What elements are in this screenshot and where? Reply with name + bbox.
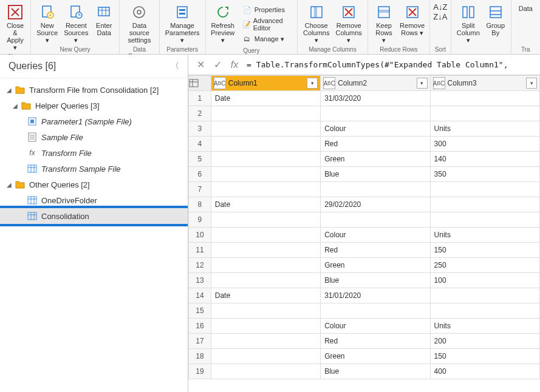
- cell[interactable]: Blue: [321, 167, 430, 182]
- cell[interactable]: 300: [430, 137, 539, 152]
- table-row[interactable]: 8Date29/02/2020: [189, 197, 540, 212]
- table-row[interactable]: 1Date31/03/2020: [189, 91, 540, 106]
- cell[interactable]: 200: [430, 334, 539, 349]
- remove-columns-button[interactable]: RemoveColumns ▾: [332, 2, 364, 45]
- cell[interactable]: Red: [321, 243, 430, 258]
- manage-button[interactable]: 🗂Manage ▾: [240, 33, 292, 44]
- column-filter-button[interactable]: ▾: [417, 78, 428, 89]
- cell[interactable]: [211, 303, 320, 319]
- row-number[interactable]: 12: [189, 258, 211, 273]
- group-by-button[interactable]: GroupBy: [483, 2, 508, 38]
- cell[interactable]: Red: [321, 334, 430, 349]
- properties-button[interactable]: 📄Properties: [240, 4, 292, 15]
- cell[interactable]: 350: [430, 167, 539, 182]
- data-grid[interactable]: ABC Column1 ▾ ABC Column2 ▾: [188, 75, 540, 392]
- table-row[interactable]: 4Red300: [189, 137, 540, 152]
- row-number[interactable]: 13: [189, 273, 211, 288]
- cell[interactable]: Date: [211, 288, 320, 303]
- table-row[interactable]: 12Green250: [189, 258, 540, 273]
- tree-item-transform-file[interactable]: fx Transform File: [0, 145, 188, 161]
- cell[interactable]: [211, 364, 320, 379]
- cell[interactable]: [211, 121, 320, 137]
- cell[interactable]: 100: [430, 273, 539, 288]
- cell[interactable]: Colour: [321, 228, 430, 243]
- cell[interactable]: [430, 106, 539, 121]
- table-row[interactable]: 11Red150: [189, 243, 540, 258]
- table-row[interactable]: 19Blue400: [189, 364, 540, 379]
- remove-rows-button[interactable]: RemoveRows ▾: [397, 2, 427, 38]
- cell[interactable]: Blue: [321, 273, 430, 288]
- table-row[interactable]: 15: [189, 303, 540, 319]
- cell[interactable]: Units: [430, 319, 539, 334]
- table-row[interactable]: 7: [189, 182, 540, 197]
- enter-data-button[interactable]: EnterData: [91, 2, 117, 38]
- cell[interactable]: [211, 212, 320, 228]
- cell[interactable]: [211, 319, 320, 334]
- cell[interactable]: [211, 334, 320, 349]
- choose-columns-button[interactable]: ChooseColumns ▾: [300, 2, 332, 45]
- table-row[interactable]: 6Blue350: [189, 167, 540, 182]
- formula-commit-button[interactable]: ✓: [209, 56, 226, 73]
- row-number[interactable]: 4: [189, 137, 211, 152]
- row-number[interactable]: 15: [189, 303, 211, 319]
- sort-desc-button[interactable]: Z↓A: [432, 12, 448, 22]
- row-number[interactable]: 17: [189, 334, 211, 349]
- tree-group-transform-file[interactable]: ◢ Transform File from Consolidation [2]: [0, 82, 188, 98]
- tree-item-parameter1[interactable]: Parameter1 (Sample File): [0, 113, 188, 129]
- cell[interactable]: [211, 167, 320, 182]
- table-row[interactable]: 18Green150: [189, 349, 540, 364]
- column-header-column3[interactable]: ABC Column3 ▾: [430, 76, 539, 91]
- data-source-settings-button[interactable]: Data sourcesettings: [122, 2, 156, 45]
- cell[interactable]: [430, 91, 539, 106]
- cell[interactable]: [430, 303, 539, 319]
- cell[interactable]: [430, 212, 539, 228]
- cell[interactable]: Green: [321, 152, 430, 167]
- cell[interactable]: [211, 258, 320, 273]
- column-header-column2[interactable]: ABC Column2 ▾: [321, 76, 430, 91]
- cell[interactable]: [321, 106, 430, 121]
- cell[interactable]: [211, 182, 320, 197]
- row-number[interactable]: 16: [189, 319, 211, 334]
- table-row[interactable]: 2: [189, 106, 540, 121]
- tree-item-sample-file[interactable]: Sample File: [0, 129, 188, 145]
- row-number[interactable]: 18: [189, 349, 211, 364]
- table-row[interactable]: 5Green140: [189, 152, 540, 167]
- cell[interactable]: [211, 152, 320, 167]
- column-filter-button[interactable]: ▾: [307, 78, 318, 89]
- row-number[interactable]: 1: [189, 91, 211, 106]
- cell[interactable]: [430, 288, 539, 303]
- cell[interactable]: Date: [211, 197, 320, 212]
- tree-item-onedrivefolder[interactable]: OneDriveFolder: [0, 192, 188, 208]
- data-type-button[interactable]: Data: [516, 4, 535, 13]
- cell[interactable]: Blue: [321, 364, 430, 379]
- tree-group-helper-queries[interactable]: ◢ Helper Queries [3]: [0, 98, 188, 113]
- keep-rows-button[interactable]: KeepRows ▾: [371, 2, 397, 45]
- table-corner-button[interactable]: [189, 76, 211, 91]
- table-row[interactable]: 10ColourUnits: [189, 228, 540, 243]
- cell[interactable]: 31/03/2020: [321, 91, 430, 106]
- cell[interactable]: [321, 212, 430, 228]
- cell[interactable]: 29/02/2020: [321, 197, 430, 212]
- row-number[interactable]: 14: [189, 288, 211, 303]
- split-column-button[interactable]: SplitColumn ▾: [454, 2, 483, 45]
- close-apply-button[interactable]: Close &Apply ▾: [2, 2, 28, 52]
- cell[interactable]: [211, 137, 320, 152]
- tree-item-consolidation[interactable]: Consolidation: [0, 208, 188, 224]
- table-row[interactable]: 13Blue100: [189, 273, 540, 288]
- row-number[interactable]: 9: [189, 212, 211, 228]
- column-header-column1[interactable]: ABC Column1 ▾: [211, 76, 320, 91]
- cell[interactable]: 140: [430, 152, 539, 167]
- table-row[interactable]: 9: [189, 212, 540, 228]
- cell[interactable]: Green: [321, 258, 430, 273]
- table-row[interactable]: 16ColourUnits: [189, 319, 540, 334]
- recent-sources-button[interactable]: RecentSources ▾: [61, 2, 91, 45]
- cell[interactable]: [321, 182, 430, 197]
- sort-asc-button[interactable]: A↓Z: [432, 2, 448, 12]
- row-number[interactable]: 8: [189, 197, 211, 212]
- row-number[interactable]: 3: [189, 121, 211, 137]
- row-number[interactable]: 5: [189, 152, 211, 167]
- refresh-preview-button[interactable]: RefreshPreview ▾: [208, 2, 238, 45]
- row-number[interactable]: 19: [189, 364, 211, 379]
- row-number[interactable]: 10: [189, 228, 211, 243]
- row-number[interactable]: 2: [189, 106, 211, 121]
